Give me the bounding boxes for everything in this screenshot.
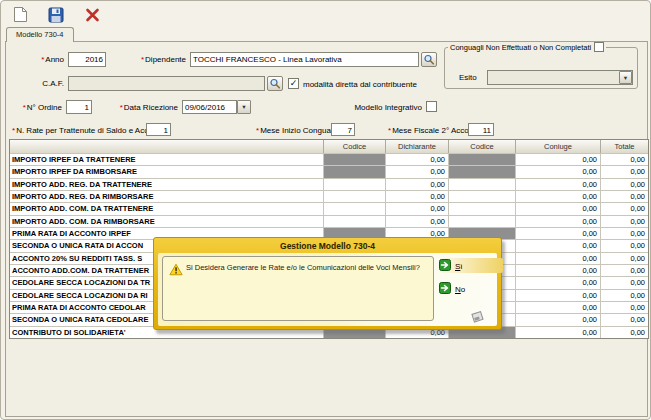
n-rate-input[interactable]: 1	[146, 123, 171, 136]
codice-dichiarante-cell[interactable]	[324, 216, 386, 227]
codice-dichiarante-cell[interactable]	[324, 203, 386, 214]
dichiarante-cell[interactable]: 0,00	[386, 179, 449, 190]
modalita-diretta-checkbox[interactable]: ✓	[288, 78, 299, 89]
conguagli-label: Conguagli Non Effettuati o Non Completat…	[450, 43, 591, 52]
totale-cell[interactable]: 0,00	[601, 290, 648, 301]
mese-fiscale-input[interactable]: 11	[468, 123, 494, 136]
totale-cell[interactable]: 0,00	[601, 302, 648, 313]
codice-dichiarante-cell[interactable]	[324, 191, 386, 202]
new-document-icon	[10, 6, 30, 23]
ordine-input[interactable]: 1	[66, 100, 92, 114]
totale-cell[interactable]: 0,00	[601, 203, 648, 214]
mese-fiscale-label: *Mese Fiscale 2° Acconto	[388, 126, 480, 135]
header-totale: Totale	[601, 140, 648, 153]
header-descrizione	[10, 140, 324, 153]
coniuge-cell[interactable]: 0,00	[516, 191, 601, 202]
coniuge-cell[interactable]: 0,00	[516, 216, 601, 227]
dichiarante-cell[interactable]: 0,00	[386, 154, 449, 165]
esito-select[interactable]	[487, 70, 633, 85]
dialog-gestione-modello-730-4: Gestione Modello 730-4 Si Desidera Gener…	[153, 237, 502, 330]
modello-integrativo-checkbox[interactable]	[426, 101, 437, 112]
table-row: IMPORTO ADD. REG. DA RIMBORSARE 0,00 0,0…	[10, 190, 648, 202]
coniuge-cell[interactable]: 0,00	[516, 240, 601, 251]
codice-coniuge-cell[interactable]	[449, 179, 516, 190]
dialog-body: Si Desidera Generare le Rate e/o le Comu…	[158, 253, 497, 326]
totale-cell[interactable]: 0,00	[601, 191, 648, 202]
header-codice-coniuge: Codice	[449, 140, 516, 153]
mese-inizio-input[interactable]: 7	[331, 123, 355, 136]
yes-button[interactable]: Sì	[439, 259, 463, 273]
data-ricezione-input[interactable]: 09/06/2016	[182, 100, 237, 114]
coniuge-cell[interactable]: 0,00	[516, 290, 601, 301]
row-label: IMPORTO IRPEF DA TRATTENERE	[10, 154, 324, 165]
totale-cell[interactable]: 0,00	[601, 277, 648, 288]
codice-coniuge-cell[interactable]	[449, 203, 516, 214]
coniuge-cell[interactable]: 0,00	[516, 166, 601, 177]
main-panel: *Anno 2016 *Dipendente TOCCHI FRANCESCO …	[5, 41, 648, 417]
coniuge-cell[interactable]: 0,00	[516, 154, 601, 165]
coniuge-cell[interactable]: 0,00	[516, 327, 601, 338]
data-ricezione-dropdown-button[interactable]: ▼	[237, 100, 251, 114]
new-document-button[interactable]	[10, 5, 30, 24]
grid-header: Codice Dichiarante Codice Coniuge Totale	[10, 140, 648, 153]
codice-dichiarante-cell	[324, 166, 386, 177]
coniuge-cell[interactable]: 0,00	[516, 179, 601, 190]
save-button[interactable]	[46, 5, 66, 24]
anno-input[interactable]: 2016	[68, 52, 106, 67]
esito-dropdown-button[interactable]: ▼	[619, 71, 632, 84]
caf-search-button[interactable]	[267, 76, 283, 91]
modalita-diretta-label: modalità diretta dal contribuente	[303, 80, 417, 89]
totale-cell[interactable]: 0,00	[601, 265, 648, 276]
dipendente-search-button[interactable]	[421, 52, 437, 67]
conguagli-groupbox: Conguagli Non Effettuati o Non Completat…	[444, 47, 638, 89]
coniuge-cell[interactable]: 0,00	[516, 203, 601, 214]
dichiarante-cell[interactable]: 0,00	[386, 191, 449, 202]
ordine-label: *N° Ordine	[10, 103, 62, 112]
chevron-down-icon: ▼	[623, 75, 628, 81]
warning-icon	[169, 262, 183, 280]
dipendente-input[interactable]: TOCCHI FRANCESCO - Linea Lavorativa	[190, 52, 419, 67]
coniuge-cell[interactable]: 0,00	[516, 277, 601, 288]
check-icon: ✓	[290, 78, 298, 88]
coniuge-cell[interactable]: 0,00	[516, 314, 601, 325]
table-row: IMPORTO ADD. REG. DA TRATTENERE 0,00 0,0…	[10, 178, 648, 190]
coniuge-cell[interactable]: 0,00	[516, 228, 601, 239]
totale-cell[interactable]: 0,00	[601, 228, 648, 239]
totale-cell[interactable]: 0,00	[601, 327, 648, 338]
row-label: IMPORTO ADD. COM. DA TRATTENERE	[10, 203, 324, 214]
totale-cell[interactable]: 0,00	[601, 179, 648, 190]
caf-input[interactable]	[68, 76, 265, 91]
arrow-right-icon	[439, 259, 451, 274]
dichiarante-cell[interactable]: 0,00	[386, 166, 449, 177]
coniuge-cell[interactable]: 0,00	[516, 253, 601, 264]
chevron-down-icon: ▼	[241, 104, 246, 110]
dichiarante-cell[interactable]: 0,00	[386, 216, 449, 227]
totale-cell[interactable]: 0,00	[601, 314, 648, 325]
app-window: Modello 730-4 *Anno 2016 *Dipendente TOC…	[0, 0, 651, 420]
codice-coniuge-cell[interactable]	[449, 216, 516, 227]
note-icon[interactable]	[469, 310, 485, 328]
totale-cell[interactable]: 0,00	[601, 154, 648, 165]
coniuge-cell[interactable]: 0,00	[516, 302, 601, 313]
conguagli-checkbox[interactable]	[594, 42, 604, 52]
totale-cell[interactable]: 0,00	[601, 253, 648, 264]
totale-cell[interactable]: 0,00	[601, 240, 648, 251]
table-row: IMPORTO IRPEF DA TRATTENERE 0,00 0,00 0,…	[10, 153, 648, 165]
header-dichiarante: Dichiarante	[386, 140, 449, 153]
codice-coniuge-cell[interactable]	[449, 191, 516, 202]
data-ricezione-label: *Data Ricezione	[110, 103, 178, 112]
coniuge-cell[interactable]: 0,00	[516, 265, 601, 276]
totale-cell[interactable]: 0,00	[601, 166, 648, 177]
table-row: IMPORTO ADD. COM. DA TRATTENERE 0,00 0,0…	[10, 202, 648, 214]
codice-dichiarante-cell[interactable]	[324, 179, 386, 190]
no-button[interactable]: No	[439, 282, 465, 296]
dichiarante-cell[interactable]: 0,00	[386, 203, 449, 214]
totale-cell[interactable]: 0,00	[601, 216, 648, 227]
table-row: IMPORTO IRPEF DA RIMBORSARE 0,00 0,00 0,…	[10, 165, 648, 177]
delete-button[interactable]	[82, 5, 102, 24]
codice-coniuge-cell	[449, 166, 516, 177]
codice-coniuge-cell	[449, 154, 516, 165]
codice-dichiarante-cell	[324, 154, 386, 165]
tab-modello-730-4[interactable]: Modello 730-4	[6, 27, 74, 42]
dialog-message-box: Si Desidera Generare le Rate e/o le Comu…	[162, 256, 434, 321]
